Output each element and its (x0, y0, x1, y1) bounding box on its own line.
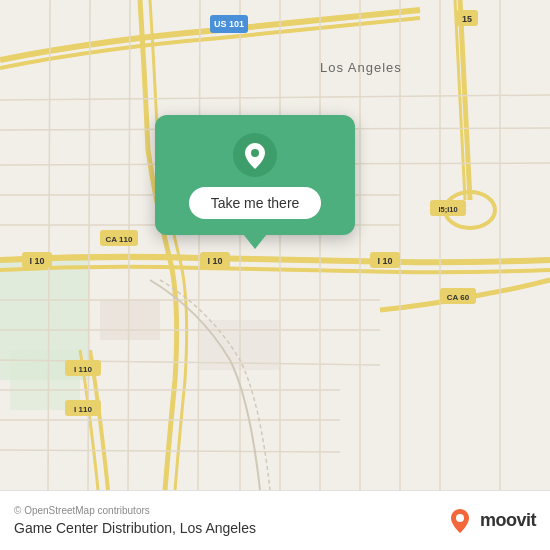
svg-text:CA 60: CA 60 (447, 293, 470, 302)
svg-text:I 110: I 110 (74, 365, 92, 374)
bottom-left-info: © OpenStreetMap contributors Game Center… (14, 505, 256, 536)
moovit-brand-text: moovit (480, 510, 536, 531)
location-pin-icon (233, 133, 277, 177)
svg-text:Los Angeles: Los Angeles (320, 60, 402, 75)
svg-point-53 (456, 514, 464, 522)
bottom-bar: © OpenStreetMap contributors Game Center… (0, 490, 550, 550)
svg-rect-0 (0, 0, 550, 490)
moovit-logo: moovit (446, 507, 536, 535)
map-attribution: © OpenStreetMap contributors (14, 505, 256, 516)
svg-text:I 10: I 10 (377, 256, 392, 266)
svg-text:I5;I10: I5;I10 (438, 205, 457, 214)
place-name: Game Center Distribution, Los Angeles (14, 520, 256, 536)
svg-point-52 (251, 149, 259, 157)
svg-text:I 110: I 110 (74, 405, 92, 414)
svg-text:I 10: I 10 (207, 256, 222, 266)
take-me-there-button[interactable]: Take me there (189, 187, 322, 219)
moovit-pin-icon (446, 507, 474, 535)
svg-text:CA 110: CA 110 (106, 235, 133, 244)
svg-text:US 101: US 101 (214, 19, 244, 29)
map-roads: I 10 CA 110 I 10 CA 60 I 10 I 110 I 110 … (0, 0, 550, 490)
location-popup: Take me there (155, 115, 355, 235)
svg-rect-3 (100, 300, 160, 340)
svg-text:I 10: I 10 (29, 256, 44, 266)
map-view: I 10 CA 110 I 10 CA 60 I 10 I 110 I 110 … (0, 0, 550, 490)
svg-text:15: 15 (462, 14, 472, 24)
